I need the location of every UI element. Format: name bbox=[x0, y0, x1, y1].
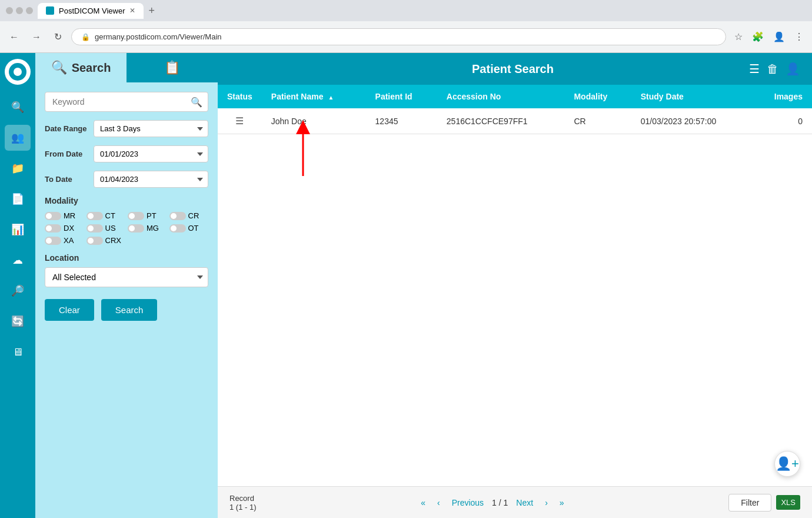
sidebar-item-search[interactable]: 🔍 bbox=[5, 94, 31, 120]
sidebar: 🔍 👥 📁 📄 📊 ☁ 🔎 🔄 🖥 bbox=[0, 53, 35, 518]
results-table: Status Patient Name ▲ Patient Id Accessi… bbox=[218, 85, 812, 134]
header-actions: ☰ 🗑 👤 bbox=[749, 62, 800, 76]
modality-crx[interactable]: CRX bbox=[86, 236, 126, 245]
modality-dx[interactable]: DX bbox=[45, 224, 84, 233]
browser-dots bbox=[6, 7, 33, 14]
modality-toggle-xa[interactable] bbox=[45, 237, 61, 245]
search-tab-icon: 🔍 bbox=[51, 60, 67, 75]
menu-button[interactable]: ⋮ bbox=[792, 29, 806, 45]
modality-toggle-ot[interactable] bbox=[169, 224, 186, 233]
col-patient-name[interactable]: Patient Name ▲ bbox=[262, 85, 366, 108]
modality-xa[interactable]: XA bbox=[45, 236, 84, 245]
modality-toggle-crx[interactable] bbox=[86, 237, 103, 245]
modality-us[interactable]: US bbox=[86, 224, 126, 233]
col-modality[interactable]: Modality bbox=[564, 85, 631, 108]
user-icon-button[interactable]: 👤 bbox=[786, 62, 800, 76]
col-patient-id[interactable]: Patient Id bbox=[366, 85, 437, 108]
location-select[interactable]: All Selected bbox=[45, 267, 208, 287]
sidebar-item-upload[interactable]: ☁ bbox=[5, 247, 31, 273]
from-date-row: From Date 01/01/2023 bbox=[45, 145, 208, 162]
sidebar-item-layers[interactable]: 📄 bbox=[5, 186, 31, 212]
modality-toggle-us[interactable] bbox=[86, 224, 103, 233]
filter-button[interactable]: Filter bbox=[728, 494, 771, 512]
next-page-button[interactable]: › bbox=[541, 497, 551, 509]
search-panel-content: 🔍 Date Range Last 3 Days From Date 01/01… bbox=[35, 82, 218, 330]
back-button[interactable]: ← bbox=[6, 29, 22, 45]
forward-button[interactable]: → bbox=[28, 29, 45, 45]
browser-tab[interactable]: PostDICOM Viewer ✕ bbox=[38, 3, 144, 19]
first-page-button[interactable]: « bbox=[417, 497, 429, 509]
cell-status: ☰ bbox=[218, 108, 262, 134]
tab-title: PostDICOM Viewer bbox=[59, 6, 125, 15]
prev-label-button[interactable]: Previous bbox=[448, 497, 487, 509]
modality-label-crx: CRX bbox=[105, 236, 121, 245]
reload-button[interactable]: ↻ bbox=[51, 29, 65, 45]
col-status[interactable]: Status bbox=[218, 85, 262, 108]
date-range-select[interactable]: Last 3 Days bbox=[94, 120, 208, 137]
table-row[interactable]: ☰ John Doe 12345 2516C1CCFCE97FF1 CR 01/… bbox=[218, 108, 812, 134]
modality-ot[interactable]: OT bbox=[169, 224, 209, 233]
add-user-icon: 👤+ bbox=[776, 456, 799, 471]
last-page-button[interactable]: » bbox=[556, 497, 568, 509]
row-menu-button[interactable]: ☰ bbox=[235, 115, 244, 127]
sidebar-item-folder[interactable]: 📁 bbox=[5, 155, 31, 181]
modality-toggle-dx[interactable] bbox=[45, 224, 61, 233]
sidebar-item-sync[interactable]: 🔄 bbox=[5, 308, 31, 334]
modality-toggle-ct[interactable] bbox=[86, 212, 103, 220]
modality-mg[interactable]: MG bbox=[128, 224, 167, 233]
col-study-date[interactable]: Study Date bbox=[631, 85, 752, 108]
previous-page-button[interactable]: ‹ bbox=[434, 497, 444, 509]
next-label-button[interactable]: Next bbox=[513, 497, 537, 509]
list-icon-button[interactable]: ☰ bbox=[749, 62, 760, 76]
clear-button[interactable]: Clear bbox=[45, 299, 94, 321]
modality-cr[interactable]: CR bbox=[169, 211, 209, 220]
col-images[interactable]: Images bbox=[752, 85, 812, 108]
modality-toggle-pt[interactable] bbox=[128, 212, 144, 220]
location-label: Location bbox=[45, 253, 208, 263]
modality-pt[interactable]: PT bbox=[128, 211, 167, 220]
sidebar-item-query[interactable]: 🔎 bbox=[5, 278, 31, 304]
bookmark-button[interactable]: ☆ bbox=[732, 29, 745, 45]
col-accession-no[interactable]: Accession No bbox=[437, 85, 565, 108]
profile-button[interactable]: 👤 bbox=[771, 29, 787, 45]
trash-icon-button[interactable]: 🗑 bbox=[767, 62, 778, 76]
worklist-tab-icon: 📋 bbox=[164, 60, 180, 75]
add-user-fab[interactable]: 👤+ bbox=[774, 451, 800, 477]
tab-worklist[interactable]: 📋 bbox=[127, 53, 218, 82]
modality-label-mr: MR bbox=[64, 211, 75, 220]
browser-dot-3 bbox=[26, 7, 33, 14]
search-button[interactable]: Search bbox=[101, 299, 158, 321]
sidebar-item-monitor[interactable]: 🖥 bbox=[5, 339, 31, 365]
modality-mr[interactable]: MR bbox=[45, 211, 84, 220]
modality-toggle-mg[interactable] bbox=[128, 224, 144, 233]
modality-toggle-mr[interactable] bbox=[45, 212, 61, 220]
modality-label: Modality bbox=[45, 196, 208, 205]
main-header: Patient Search ☰ 🗑 👤 bbox=[218, 53, 812, 85]
sidebar-item-chart[interactable]: 📊 bbox=[5, 217, 31, 243]
new-tab-button[interactable]: + bbox=[148, 5, 155, 17]
keyword-search-icon: 🔍 bbox=[191, 97, 202, 108]
to-date-select[interactable]: 01/04/2023 bbox=[94, 171, 208, 188]
pagination: « ‹ Previous 1 / 1 Next › » bbox=[417, 497, 567, 509]
address-bar[interactable]: 🔒 germany.postdicom.com/Viewer/Main bbox=[71, 28, 726, 45]
table-body: ☰ John Doe 12345 2516C1CCFCE97FF1 CR 01/… bbox=[218, 108, 812, 134]
button-row: Clear Search bbox=[45, 299, 208, 321]
main-header-title: Patient Search bbox=[277, 62, 749, 76]
keyword-input[interactable] bbox=[45, 92, 208, 112]
extensions-button[interactable]: 🧩 bbox=[750, 29, 766, 45]
modality-toggle-cr[interactable] bbox=[169, 212, 186, 220]
browser-toolbar: ← → ↻ 🔒 germany.postdicom.com/Viewer/Mai… bbox=[0, 21, 812, 53]
to-date-row: To Date 01/04/2023 bbox=[45, 171, 208, 188]
from-date-select[interactable]: 01/01/2023 bbox=[94, 145, 208, 162]
browser-actions: ☆ 🧩 👤 ⋮ bbox=[732, 29, 806, 45]
sidebar-item-users[interactable]: 👥 bbox=[5, 125, 31, 151]
sidebar-logo bbox=[5, 59, 31, 85]
tab-close-button[interactable]: ✕ bbox=[129, 6, 135, 15]
modality-label-us: US bbox=[105, 224, 116, 233]
tab-search[interactable]: 🔍 Search bbox=[35, 53, 127, 82]
url-text: germany.postdicom.com/Viewer/Main bbox=[95, 32, 222, 41]
modality-ct[interactable]: CT bbox=[86, 211, 126, 220]
modality-grid: MR CT PT CR bbox=[45, 211, 208, 245]
excel-button[interactable]: XLS bbox=[776, 495, 800, 510]
table-container: Status Patient Name ▲ Patient Id Accessi… bbox=[218, 85, 812, 486]
